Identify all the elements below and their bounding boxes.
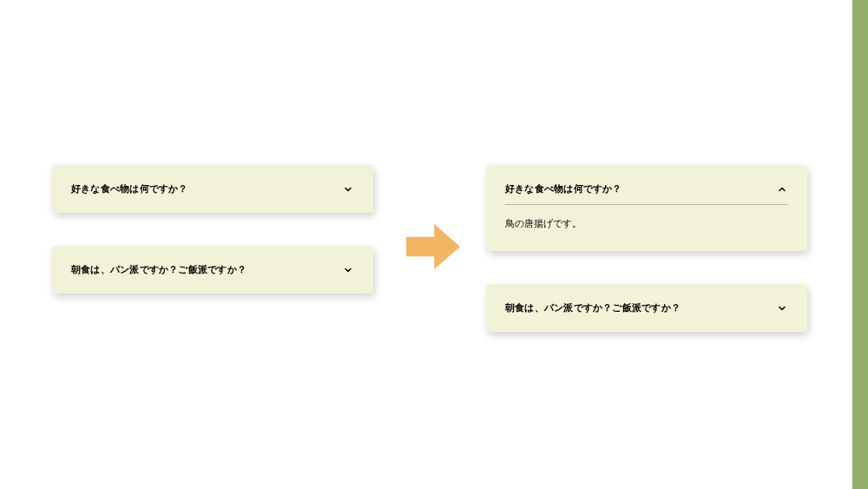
accordion-card: 好きな食べ物は何ですか？ [52, 165, 373, 213]
accordion-title: 朝食は、パン派ですか？ご飯派ですか？ [71, 263, 247, 276]
accordion-toggle[interactable]: 好きな食べ物は何ですか？ [52, 165, 373, 213]
diagram-stage: 好きな食べ物は何ですか？ 朝食は、パン派ですか？ご飯派ですか？ 好きな食べ物 [0, 0, 868, 489]
chevron-down-icon [342, 183, 354, 195]
before-column: 好きな食べ物は何ですか？ 朝食は、パン派ですか？ご飯派ですか？ [52, 165, 373, 294]
accordion-toggle[interactable]: 朝食は、パン派ですか？ご飯派ですか？ [486, 284, 807, 332]
after-column: 好きな食べ物は何ですか？ 鳥の唐揚げです。 朝食は、パン派ですか？ご飯派ですか？ [486, 165, 807, 332]
chevron-down-icon [342, 264, 354, 276]
accordion-card: 朝食は、パン派ですか？ご飯派ですか？ [486, 284, 807, 332]
transition-arrow-icon [406, 224, 460, 269]
accordion-toggle[interactable]: 朝食は、パン派ですか？ご飯派ですか？ [52, 246, 373, 294]
accordion-card: 朝食は、パン派ですか？ご飯派ですか？ [52, 246, 373, 294]
accordion-title: 好きな食べ物は何ですか？ [71, 182, 188, 195]
accordion-toggle[interactable]: 好きな食べ物は何ですか？ [486, 165, 807, 204]
decorative-right-strip [852, 0, 868, 489]
accordion-body: 鳥の唐揚げです。 [486, 205, 807, 251]
accordion-card: 好きな食べ物は何ですか？ 鳥の唐揚げです。 [486, 165, 807, 251]
accordion-title: 朝食は、パン派ですか？ご飯派ですか？ [505, 301, 681, 314]
chevron-down-icon [776, 302, 788, 314]
accordion-title: 好きな食べ物は何ですか？ [505, 182, 622, 195]
chevron-up-icon [776, 183, 788, 195]
